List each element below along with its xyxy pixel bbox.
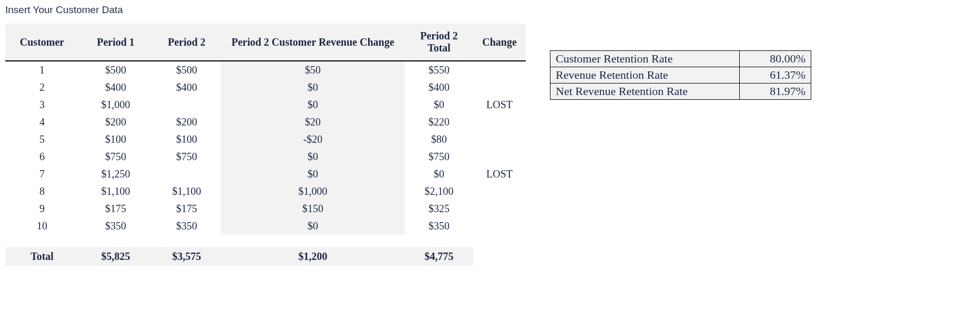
cell-total: $550 xyxy=(405,61,473,79)
totals-rev: $1,200 xyxy=(221,247,405,266)
totals-p1: $5,825 xyxy=(79,247,152,266)
cell-total: $400 xyxy=(405,79,473,96)
cell-customer: 4 xyxy=(5,113,79,131)
table-row: 1 $500 $500 $50 $550 xyxy=(5,61,526,79)
col-period2: Period 2 xyxy=(152,24,221,61)
table-row: 7 $1,250 $0 $0 LOST xyxy=(5,165,526,183)
cell-total: $350 xyxy=(405,217,473,235)
metric-value: 80.00% xyxy=(740,51,811,67)
cell-total: $0 xyxy=(405,165,473,183)
cell-customer: 9 xyxy=(5,200,79,217)
cell-rev: $150 xyxy=(221,200,405,217)
metric-value: 61.37% xyxy=(740,67,811,83)
cell-p1: $1,100 xyxy=(79,183,152,200)
totals-total: $4,775 xyxy=(405,247,473,266)
cell-p1: $750 xyxy=(79,148,152,165)
metric-value: 81.97% xyxy=(740,83,811,100)
cell-rev: $50 xyxy=(221,61,405,79)
page-title: Insert Your Customer Data xyxy=(5,4,123,16)
cell-p2: $200 xyxy=(152,113,221,131)
cell-customer: 7 xyxy=(5,165,79,183)
table-row: 9 $175 $175 $150 $325 xyxy=(5,200,526,217)
cell-p2: $100 xyxy=(152,131,221,148)
cell-p1: $1,250 xyxy=(79,165,152,183)
table-row: 2 $400 $400 $0 $400 xyxy=(5,79,526,96)
metric-row: Net Revenue Retention Rate 81.97% xyxy=(550,83,811,100)
table-row: 4 $200 $200 $20 $220 xyxy=(5,113,526,131)
cell-total: $325 xyxy=(405,200,473,217)
cell-total: $80 xyxy=(405,131,473,148)
cell-change xyxy=(473,183,526,200)
totals-label: Total xyxy=(5,247,79,266)
cell-p1: $100 xyxy=(79,131,152,148)
cell-customer: 8 xyxy=(5,183,79,200)
cell-p2: $400 xyxy=(152,79,221,96)
cell-p2: $500 xyxy=(152,61,221,79)
customer-data-table: Customer Period 1 Period 2 Period 2 Cust… xyxy=(5,24,526,266)
cell-total: $220 xyxy=(405,113,473,131)
table-row: 8 $1,100 $1,100 $1,000 $2,100 xyxy=(5,183,526,200)
cell-rev: $0 xyxy=(221,96,405,113)
cell-customer: 10 xyxy=(5,217,79,235)
table-row: 6 $750 $750 $0 $750 xyxy=(5,148,526,165)
cell-total: $750 xyxy=(405,148,473,165)
cell-total: $2,100 xyxy=(405,183,473,200)
metric-label: Customer Retention Rate xyxy=(550,51,740,67)
cell-p1: $500 xyxy=(79,61,152,79)
totals-row: Total $5,825 $3,575 $1,200 $4,775 xyxy=(5,247,526,266)
col-customer: Customer xyxy=(5,24,79,61)
cell-p2 xyxy=(152,165,221,183)
cell-customer: 1 xyxy=(5,61,79,79)
cell-p2: $350 xyxy=(152,217,221,235)
cell-rev: $20 xyxy=(221,113,405,131)
cell-rev: -$20 xyxy=(221,131,405,148)
metric-row: Customer Retention Rate 80.00% xyxy=(550,51,811,67)
cell-p1: $400 xyxy=(79,79,152,96)
spacer-row xyxy=(5,235,526,247)
metric-label: Revenue Retention Rate xyxy=(550,67,740,83)
cell-p2: $750 xyxy=(152,148,221,165)
cell-change xyxy=(473,131,526,148)
cell-change xyxy=(473,148,526,165)
cell-change xyxy=(473,61,526,79)
cell-p1: $1,000 xyxy=(79,96,152,113)
cell-p1: $175 xyxy=(79,200,152,217)
cell-rev: $1,000 xyxy=(221,183,405,200)
cell-p1: $350 xyxy=(79,217,152,235)
cell-change xyxy=(473,113,526,131)
col-period1: Period 1 xyxy=(79,24,152,61)
cell-p1: $200 xyxy=(79,113,152,131)
cell-change xyxy=(473,217,526,235)
cell-p2: $1,100 xyxy=(152,183,221,200)
col-change: Change xyxy=(473,24,526,61)
cell-change: LOST xyxy=(473,165,526,183)
table-row: 3 $1,000 $0 $0 LOST xyxy=(5,96,526,113)
cell-rev: $0 xyxy=(221,79,405,96)
cell-change xyxy=(473,79,526,96)
cell-change: LOST xyxy=(473,96,526,113)
cell-rev: $0 xyxy=(221,217,405,235)
cell-total: $0 xyxy=(405,96,473,113)
cell-customer: 2 xyxy=(5,79,79,96)
col-total: Period 2 Total xyxy=(405,24,473,61)
table-header-row: Customer Period 1 Period 2 Period 2 Cust… xyxy=(5,24,526,61)
cell-rev: $0 xyxy=(221,148,405,165)
metric-row: Revenue Retention Rate 61.37% xyxy=(550,67,811,83)
col-rev-change: Period 2 Customer Revenue Change xyxy=(221,24,405,61)
cell-customer: 5 xyxy=(5,131,79,148)
totals-p2: $3,575 xyxy=(152,247,221,266)
cell-customer: 3 xyxy=(5,96,79,113)
metrics-table: Customer Retention Rate 80.00% Revenue R… xyxy=(550,50,811,100)
cell-p2: $175 xyxy=(152,200,221,217)
cell-customer: 6 xyxy=(5,148,79,165)
cell-rev: $0 xyxy=(221,165,405,183)
metric-label: Net Revenue Retention Rate xyxy=(550,83,740,100)
cell-p2 xyxy=(152,96,221,113)
table-row: 5 $100 $100 -$20 $80 xyxy=(5,131,526,148)
totals-change xyxy=(473,247,526,266)
table-row: 10 $350 $350 $0 $350 xyxy=(5,217,526,235)
table-body: 1 $500 $500 $50 $550 2 $400 $400 $0 $400… xyxy=(5,61,526,247)
cell-change xyxy=(473,200,526,217)
